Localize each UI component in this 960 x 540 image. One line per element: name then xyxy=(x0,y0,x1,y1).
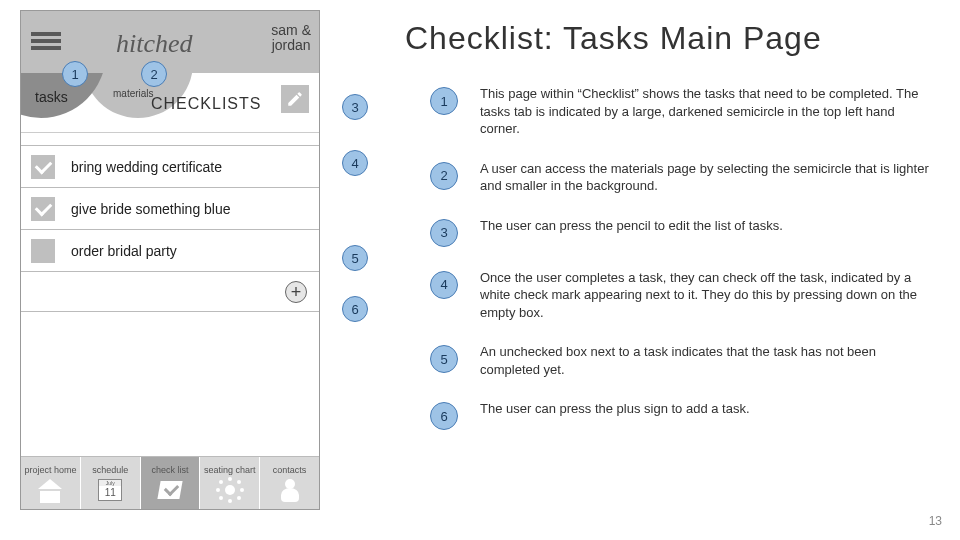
annotation-badge-2: 2 xyxy=(141,61,167,87)
nav-project-home[interactable]: project home xyxy=(21,457,81,509)
nav-contacts[interactable]: contacts xyxy=(260,457,319,509)
add-task-area: + xyxy=(21,272,319,312)
annotation-text: A user can access the materials page by … xyxy=(480,160,930,195)
phone-mockup: hitched sam & jordan materials tasks CHE… xyxy=(20,10,320,510)
annotation-number: 2 xyxy=(430,162,458,190)
annotation-badge-3: 3 xyxy=(342,94,368,120)
page-title: CHECKLISTS xyxy=(151,95,261,113)
nav-label: schedule xyxy=(92,465,128,475)
pencil-icon xyxy=(286,90,304,108)
annotation-text: The user can press the plus sign to add … xyxy=(480,400,750,418)
nav-schedule[interactable]: schedule July 11 xyxy=(81,457,141,509)
tab-materials-label: materials xyxy=(113,88,154,99)
checkbox-icon[interactable] xyxy=(31,239,55,263)
annotation-row: 5 An unchecked box next to a task indica… xyxy=(430,343,930,378)
annotation-number: 5 xyxy=(430,345,458,373)
nav-label: project home xyxy=(24,465,76,475)
user-line-1: sam & xyxy=(271,23,311,38)
check-icon xyxy=(156,477,184,503)
annotation-row: 3 The user can press the pencil to edit … xyxy=(430,217,930,247)
annotation-row: 6 The user can press the plus sign to ad… xyxy=(430,400,930,430)
annotation-title: Checklist: Tasks Main Page xyxy=(405,20,822,57)
annotation-number: 6 xyxy=(430,402,458,430)
annotation-row: 1 This page within “Checklist” shows the… xyxy=(430,85,930,138)
nav-label: seating chart xyxy=(204,465,256,475)
user-name[interactable]: sam & jordan xyxy=(271,23,311,54)
contacts-icon xyxy=(276,477,304,503)
task-label: give bride something blue xyxy=(71,201,231,217)
hamburger-icon[interactable] xyxy=(31,29,61,53)
user-line-2: jordan xyxy=(271,38,311,53)
annotation-row: 4 Once the user completes a task, they c… xyxy=(430,269,930,322)
checkbox-icon[interactable] xyxy=(31,155,55,179)
annotation-text: Once the user completes a task, they can… xyxy=(480,269,930,322)
home-icon xyxy=(36,477,64,503)
annotation-row: 2 A user can access the materials page b… xyxy=(430,160,930,195)
annotation-number: 1 xyxy=(430,87,458,115)
nav-label: check list xyxy=(151,465,188,475)
calendar-day: 11 xyxy=(99,486,121,500)
nav-seating[interactable]: seating chart xyxy=(200,457,260,509)
annotation-number: 4 xyxy=(430,271,458,299)
annotation-text: This page within “Checklist” shows the t… xyxy=(480,85,930,138)
annotation-text: An unchecked box next to a task indicate… xyxy=(480,343,930,378)
task-list: bring wedding certificate give bride som… xyxy=(21,145,319,272)
add-task-button[interactable]: + xyxy=(285,281,307,303)
annotation-badge-5: 5 xyxy=(342,245,368,271)
app-logo: hitched xyxy=(116,29,193,59)
annotation-badge-6: 6 xyxy=(342,296,368,322)
task-label: bring wedding certificate xyxy=(71,159,222,175)
task-row[interactable]: give bride something blue xyxy=(21,188,319,230)
task-label: order bridal party xyxy=(71,243,177,259)
annotation-badge-1: 1 xyxy=(62,61,88,87)
checkbox-icon[interactable] xyxy=(31,197,55,221)
nav-label: contacts xyxy=(273,465,307,475)
annotation-list: 1 This page within “Checklist” shows the… xyxy=(430,85,930,452)
annotation-number: 3 xyxy=(430,219,458,247)
bottom-nav: project home schedule July 11 check list… xyxy=(21,456,319,509)
page-number: 13 xyxy=(929,514,942,528)
task-row[interactable]: bring wedding certificate xyxy=(21,146,319,188)
task-row[interactable]: order bridal party xyxy=(21,230,319,272)
edit-button[interactable] xyxy=(281,85,309,113)
calendar-icon: July 11 xyxy=(96,477,124,503)
seating-icon xyxy=(216,477,244,503)
tab-tasks-label: tasks xyxy=(35,89,68,105)
annotation-badge-4: 4 xyxy=(342,150,368,176)
annotation-text: The user can press the pencil to edit th… xyxy=(480,217,783,235)
nav-checklist[interactable]: check list xyxy=(141,457,201,509)
plus-icon: + xyxy=(291,283,302,301)
